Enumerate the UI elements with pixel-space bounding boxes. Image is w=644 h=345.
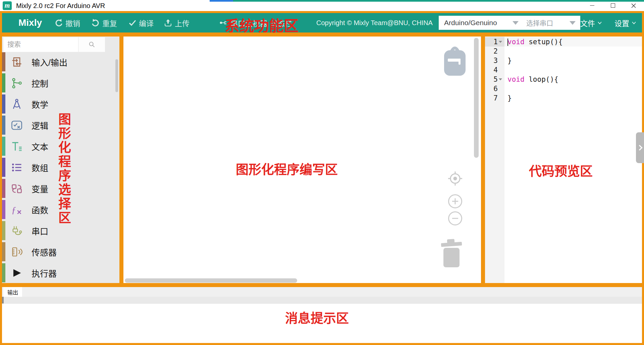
sidebar-item-label: 输入/输出: [32, 56, 67, 68]
sidebar-item-variable[interactable]: 变量: [2, 178, 119, 199]
svg-text:ƒ: ƒ: [11, 205, 16, 215]
close-button[interactable]: [623, 0, 644, 11]
line-number: 6: [485, 84, 498, 93]
settings-menu[interactable]: 设置: [614, 17, 637, 28]
message-output-region: 输出: [0, 285, 644, 345]
center-workspace-button[interactable]: [447, 171, 463, 186]
sidebar-item-label: 变量: [32, 183, 48, 195]
sidebar-item-label: 执行器: [32, 267, 57, 279]
sidebar-item-serial[interactable]: 串口: [2, 220, 119, 241]
sidebar-item-actuator[interactable]: 执行器: [2, 262, 119, 283]
line-number: 7: [485, 93, 498, 103]
block-workspace-region[interactable]: [121, 34, 483, 285]
line-number-cell: 7: [485, 93, 504, 103]
function-icon: ƒ: [11, 204, 23, 216]
search-button[interactable]: [78, 37, 105, 52]
category-color-bar: [2, 73, 5, 92]
code-line[interactable]: 3}: [485, 56, 642, 65]
serial-monitor-label: 串口监视器: [230, 17, 267, 28]
code-text: [504, 84, 642, 93]
code-line[interactable]: 2: [485, 47, 642, 56]
sidebar-item-label: 数组: [32, 161, 48, 174]
zoom-in-button[interactable]: [448, 194, 462, 208]
block-palette-region: 输入/输出控制数学逻辑文本数组变量ƒ函数串口传感器执行器: [0, 34, 121, 285]
code-preview-region[interactable]: 1void setup(){23}45void loop(){67}: [483, 34, 644, 285]
logic-icon: [11, 119, 23, 131]
canvas-vertical-scrollbar[interactable]: [474, 38, 479, 158]
crosshair-icon: [447, 171, 463, 186]
settings-menu-label: 设置: [614, 17, 629, 28]
status-bar-button[interactable]: 状态栏: [270, 17, 292, 28]
sidebar-item-math[interactable]: 数学: [2, 93, 119, 115]
code-text: }: [504, 56, 642, 65]
close-icon: [631, 3, 636, 8]
serial-icon: [11, 225, 23, 237]
sidebar-item-array[interactable]: 数组: [2, 157, 119, 178]
code-line[interactable]: 7}: [485, 93, 642, 103]
board-select-value: Arduino/Genuino: [444, 19, 497, 27]
output-scrollbar-thumb[interactable]: [2, 297, 4, 303]
line-number: 2: [485, 47, 498, 56]
status-bar-label: 状态栏: [270, 17, 292, 28]
collapse-panel-handle[interactable]: [636, 132, 644, 163]
zoom-out-button[interactable]: [448, 211, 462, 225]
board-select[interactable]: Arduino/Genuino: [439, 16, 523, 30]
minus-icon: [451, 215, 459, 222]
line-number-cell: 6: [485, 84, 504, 93]
search-row: [3, 37, 105, 52]
category-color-bar: [2, 179, 5, 198]
tab-output[interactable]: 输出: [3, 287, 22, 297]
sidebar-item-logic[interactable]: 逻辑: [2, 115, 119, 136]
upload-label: 上传: [175, 17, 190, 28]
maximize-button[interactable]: [602, 0, 623, 11]
array-icon: [11, 161, 23, 174]
backpack-icon[interactable]: [443, 46, 466, 77]
category-color-bar: [2, 94, 5, 114]
code-line[interactable]: 6: [485, 84, 642, 93]
code-line[interactable]: 1void setup(){: [485, 37, 642, 47]
sidebar-item-label: 控制: [32, 77, 48, 89]
file-menu-label: 文件: [580, 17, 595, 28]
sidebar-item-label: 文本: [32, 140, 48, 152]
fold-arrow-icon[interactable]: [499, 41, 502, 43]
redo-icon: [91, 18, 100, 27]
sidebar-item-label: 数学: [32, 98, 48, 110]
file-menu[interactable]: 文件: [580, 17, 603, 28]
trash-icon[interactable]: [440, 238, 463, 269]
undo-label: 撤销: [65, 17, 80, 28]
canvas-horizontal-scrollbar[interactable]: [125, 278, 297, 283]
compile-button[interactable]: 编译: [128, 17, 154, 28]
code-editor[interactable]: 1void setup(){23}45void loop(){67}: [485, 37, 642, 103]
fold-arrow-icon[interactable]: [499, 78, 502, 80]
system-toolbar-region: Mixly 撤销 重复 编译 上传: [0, 11, 644, 34]
code-line[interactable]: 5void loop(){: [485, 75, 642, 84]
upload-button[interactable]: 上传: [164, 17, 190, 28]
text-icon: [11, 140, 23, 152]
sidebar-scrollbar[interactable]: [115, 59, 118, 92]
serial-monitor-button[interactable]: 串口监视器: [219, 17, 267, 28]
search-input[interactable]: [3, 37, 78, 52]
minimize-button[interactable]: [582, 0, 602, 11]
port-select[interactable]: 选择串口: [521, 16, 580, 30]
category-color-bar: [2, 158, 5, 177]
code-line[interactable]: 4: [485, 65, 642, 75]
plus-icon: [451, 198, 459, 205]
undo-button[interactable]: 撤销: [54, 17, 80, 28]
sidebar-item-sensor[interactable]: 传感器: [2, 241, 119, 262]
category-color-bar: [2, 242, 5, 261]
line-number: 3: [485, 56, 498, 65]
line-number-cell: 3: [485, 56, 504, 65]
sidebar-item-function[interactable]: ƒ函数: [2, 199, 119, 220]
sidebar-item-io[interactable]: 输入/输出: [2, 51, 119, 72]
compile-check-icon: [128, 19, 137, 27]
io-icon: [11, 56, 23, 68]
mixly-brand[interactable]: Mixly: [18, 17, 42, 28]
control-icon: [11, 77, 23, 89]
progress-segment-blue: [210, 0, 233, 2]
code-text: [504, 65, 642, 75]
port-select-placeholder: 选择串口: [526, 18, 553, 28]
sidebar-item-text[interactable]: 文本: [2, 136, 119, 157]
chevron-down-icon: [513, 21, 519, 25]
sidebar-item-control[interactable]: 控制: [2, 72, 119, 93]
redo-button[interactable]: 重复: [91, 17, 117, 28]
